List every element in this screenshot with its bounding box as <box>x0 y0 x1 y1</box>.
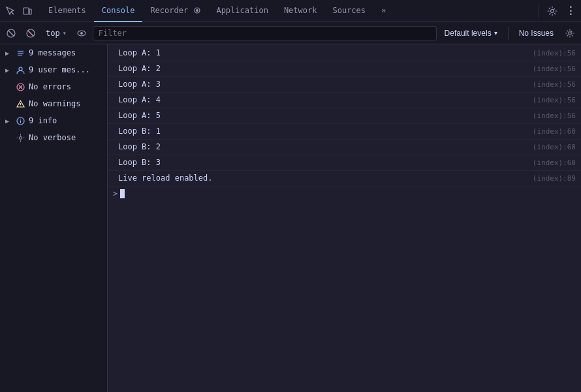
settings-icon[interactable] <box>544 3 560 19</box>
console-link[interactable]: (index):56 <box>533 78 576 91</box>
console-toolbar: top ▾ Default levels ▾ No Issues <box>0 22 581 44</box>
svg-point-10 <box>80 32 83 35</box>
devtools-icons <box>3 3 35 19</box>
arrow-icon: ▶ <box>5 67 12 74</box>
user-icon <box>16 65 25 74</box>
info-label: 9 info <box>29 116 57 125</box>
svg-line-8 <box>28 31 33 36</box>
svg-point-15 <box>19 67 22 70</box>
console-settings-icon[interactable] <box>561 25 578 42</box>
sidebar-item-user-messages[interactable]: ▶ 9 user mes... <box>0 61 107 78</box>
console-link[interactable]: (index):56 <box>533 110 576 123</box>
live-expressions-icon[interactable] <box>73 25 90 42</box>
console-line: Loop B: 2(index):60 <box>108 140 581 155</box>
console-prompt: > <box>113 189 118 198</box>
verbose-label: No verbose <box>29 133 76 142</box>
console-text: Loop A: 4 <box>118 93 161 106</box>
sidebar-item-messages[interactable]: ▶ 9 messages <box>0 44 107 61</box>
console-lines: Loop A: 1(index):56Loop A: 2(index):56Lo… <box>108 46 581 187</box>
svg-point-23 <box>20 119 20 119</box>
console-line: Loop A: 3(index):56 <box>108 77 581 93</box>
sidebar-item-verbose[interactable]: ▶ No verbose <box>0 129 107 146</box>
sidebar-item-errors[interactable]: ▶ No errors <box>0 78 107 95</box>
issues-button[interactable]: No Issues <box>514 26 559 40</box>
console-line: Loop A: 2(index):56 <box>108 61 581 77</box>
warnings-label: No warnings <box>29 99 80 108</box>
divider <box>539 5 539 18</box>
main-area: ▶ 9 messages ▶ 9 user mes... <box>0 44 581 392</box>
console-link[interactable]: (index):56 <box>533 94 576 107</box>
console-line: Loop A: 4(index):56 <box>108 93 581 108</box>
toolbar-divider <box>508 27 509 40</box>
default-levels-button[interactable]: Default levels ▾ <box>439 26 503 40</box>
console-text: Loop A: 1 <box>118 46 161 59</box>
tab-bar: Elements Console Recorder Application Ne… <box>0 0 581 22</box>
tab-sources[interactable]: Sources <box>324 0 373 22</box>
console-line: Live reload enabled.(index):89 <box>108 171 581 187</box>
console-text: Loop A: 5 <box>118 109 161 122</box>
svg-point-20 <box>20 105 20 106</box>
arrow-icon: ▶ <box>5 117 12 125</box>
console-link[interactable]: (index):60 <box>533 125 576 138</box>
console-link[interactable]: (index):56 <box>533 63 576 76</box>
info-icon <box>16 116 25 125</box>
console-cursor <box>120 189 125 198</box>
console-text: Live reload enabled. <box>118 172 213 185</box>
tab-more[interactable]: » <box>373 0 394 22</box>
tab-network[interactable]: Network <box>276 0 325 22</box>
sidebar-item-info[interactable]: ▶ 9 info <box>0 112 107 129</box>
svg-point-24 <box>19 136 22 139</box>
console-text: Loop B: 2 <box>118 140 161 153</box>
tab-elements[interactable]: Elements <box>40 0 94 22</box>
tab-bar-end: ⋮ <box>536 3 578 19</box>
tab-console[interactable]: Console <box>94 0 143 22</box>
inspect-icon[interactable] <box>3 3 18 19</box>
console-text: Loop A: 2 <box>118 62 161 75</box>
console-line: Loop B: 3(index):60 <box>108 155 581 171</box>
svg-point-3 <box>196 9 198 12</box>
svg-point-11 <box>569 31 571 34</box>
context-selector[interactable]: top ▾ <box>42 27 71 39</box>
sidebar-item-warnings[interactable]: ▶ No warnings <box>0 95 107 112</box>
list-icon <box>16 48 25 57</box>
console-link[interactable]: (index):60 <box>533 157 576 170</box>
console-line: Loop B: 1(index):60 <box>108 124 581 140</box>
messages-label: 9 messages <box>29 48 76 57</box>
errors-label: No errors <box>29 82 71 91</box>
console-link[interactable]: (index):56 <box>533 47 576 60</box>
console-text: Loop B: 1 <box>118 125 161 138</box>
console-text: Loop A: 3 <box>118 78 161 91</box>
chevron-down-icon: ▾ <box>63 29 67 37</box>
warning-icon <box>16 99 25 108</box>
console-output: Loop A: 1(index):56Loop A: 2(index):56Lo… <box>108 44 581 392</box>
filter-toggle-icon[interactable] <box>22 25 39 42</box>
arrow-icon: ▶ <box>5 50 12 57</box>
more-options-icon[interactable]: ⋮ <box>563 3 578 19</box>
clear-console-icon[interactable] <box>3 25 20 42</box>
tab-recorder[interactable]: Recorder <box>142 0 208 22</box>
chevron-down-icon: ▾ <box>494 29 497 37</box>
error-icon <box>16 82 25 91</box>
svg-rect-1 <box>29 9 31 14</box>
device-toggle-icon[interactable] <box>20 3 35 19</box>
console-line: Loop A: 1(index):56 <box>108 46 581 61</box>
filter-input[interactable] <box>93 26 437 40</box>
sidebar: ▶ 9 messages ▶ 9 user mes... <box>0 44 108 392</box>
user-messages-label: 9 user mes... <box>29 65 90 74</box>
svg-line-6 <box>8 31 14 36</box>
verbose-icon <box>16 133 25 142</box>
console-input-line[interactable]: > <box>108 187 581 201</box>
console-link[interactable]: (index):60 <box>533 141 576 154</box>
console-link[interactable]: (index):89 <box>533 172 576 185</box>
console-line: Loop A: 5(index):56 <box>108 108 581 124</box>
svg-rect-0 <box>24 8 29 14</box>
console-text: Loop B: 3 <box>118 156 161 169</box>
tab-application[interactable]: Application <box>208 0 275 22</box>
